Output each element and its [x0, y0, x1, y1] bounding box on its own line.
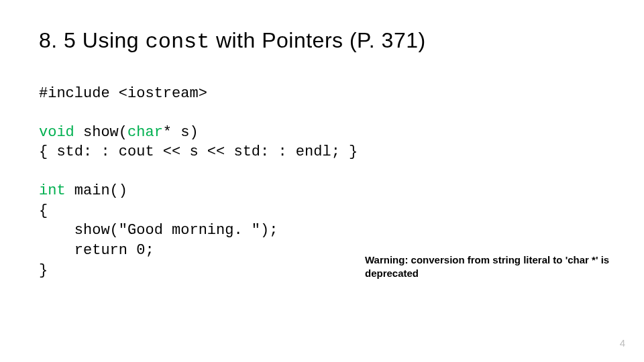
page-number: 4	[620, 337, 625, 349]
slide-title: 8. 5 Using const with Pointers (P. 371)	[39, 28, 605, 54]
title-post: with Pointers (P. 371)	[209, 28, 425, 52]
code-fn-body: { std: : cout << s << std: : endl; }	[39, 142, 605, 162]
code-param-rest: * s)	[163, 124, 199, 141]
code-main-type: int	[39, 182, 74, 199]
code-main-sig: int main()	[39, 181, 605, 201]
compiler-warning: Warning: conversion from string literal …	[365, 253, 613, 280]
code-include: #include <iostream>	[39, 84, 605, 104]
code-param-type: char	[127, 124, 163, 141]
code-main-name: main()	[74, 182, 127, 199]
code-main-open: {	[39, 201, 605, 221]
code-block: #include <iostream> void show(char* s) {…	[39, 84, 605, 281]
code-fn-signature: void show(char* s)	[39, 123, 605, 143]
code-main-call: show("Good morning. ");	[39, 221, 605, 241]
title-pre: 8. 5 Using	[39, 28, 145, 52]
title-mono: const	[145, 29, 209, 54]
code-fn-type: void	[39, 124, 83, 141]
code-fn-name: show(	[83, 124, 127, 141]
